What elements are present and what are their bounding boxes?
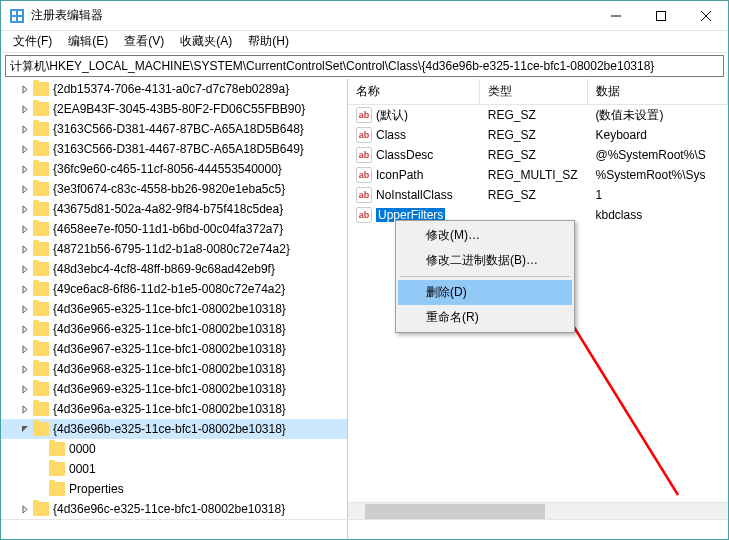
menu-edit[interactable]: 编辑(E) (60, 31, 116, 52)
list-body[interactable]: ab(默认)REG_SZ(数值未设置)abClassREG_SZKeyboard… (348, 105, 728, 502)
cell-data: 1 (588, 188, 729, 202)
value-name: NoInstallClass (376, 188, 453, 202)
tree-item-label: {49ce6ac8-6f86-11d2-b1e5-0080c72e74a2} (53, 282, 285, 296)
ctx-delete[interactable]: 删除(D) (398, 280, 572, 305)
expand-icon[interactable] (17, 185, 33, 194)
list-row[interactable]: abClassREG_SZKeyboard (348, 125, 728, 145)
folder-icon (33, 182, 49, 196)
maximize-button[interactable] (638, 1, 683, 30)
tree-item[interactable]: {4d36e966-e325-11ce-bfc1-08002be10318} (1, 319, 347, 339)
tree-item[interactable]: {4d36e96a-e325-11ce-bfc1-08002be10318} (1, 399, 347, 419)
expand-icon[interactable] (17, 225, 33, 234)
cell-type: REG_SZ (480, 108, 588, 122)
tree-item-label: {43675d81-502a-4a82-9f84-b75f418c5dea} (53, 202, 283, 216)
tree-item[interactable]: {3163C566-D381-4467-87BC-A65A18D5B648} (1, 119, 347, 139)
tree-item[interactable]: {2EA9B43F-3045-43B5-80F2-FD06C55FBB90} (1, 99, 347, 119)
tree-item[interactable]: Properties (1, 479, 347, 499)
folder-icon (33, 422, 49, 436)
expand-icon[interactable] (17, 245, 33, 254)
cell-type: REG_SZ (480, 148, 588, 162)
tree-item[interactable]: {3163C566-D381-4467-87BC-A65A18D5B649} (1, 139, 347, 159)
folder-icon (33, 362, 49, 376)
expand-icon[interactable] (17, 145, 33, 154)
tree-item[interactable]: 0001 (1, 459, 347, 479)
tree-item-label: Properties (69, 482, 124, 496)
tree-item[interactable]: {4d36e965-e325-11ce-bfc1-08002be10318} (1, 299, 347, 319)
list-row[interactable]: ab(默认)REG_SZ(数值未设置) (348, 105, 728, 125)
expand-icon[interactable] (17, 265, 33, 274)
list-row[interactable]: abIconPathREG_MULTI_SZ%SystemRoot%\Sys (348, 165, 728, 185)
col-header-data[interactable]: 数据 (588, 79, 728, 104)
value-name: (默认) (376, 107, 408, 124)
ctx-modify-binary[interactable]: 修改二进制数据(B)… (398, 248, 572, 273)
expand-icon[interactable] (17, 325, 33, 334)
tree-item-label: {48d3ebc4-4cf8-48ff-b869-9c68ad42eb9f} (53, 262, 275, 276)
tree-item-label: {4d36e967-e325-11ce-bfc1-08002be10318} (53, 342, 286, 356)
tree-item-label: {4d36e966-e325-11ce-bfc1-08002be10318} (53, 322, 286, 336)
tree-item[interactable]: {48d3ebc4-4cf8-48ff-b869-9c68ad42eb9f} (1, 259, 347, 279)
folder-icon (33, 122, 49, 136)
expand-icon[interactable] (17, 365, 33, 374)
collapse-icon[interactable] (17, 425, 33, 434)
expand-icon[interactable] (17, 405, 33, 414)
expand-icon[interactable] (17, 345, 33, 354)
value-name: Class (376, 128, 406, 142)
tree-item[interactable]: {4d36e969-e325-11ce-bfc1-08002be10318} (1, 379, 347, 399)
list-row[interactable]: abClassDescREG_SZ@%SystemRoot%\S (348, 145, 728, 165)
menu-favorites[interactable]: 收藏夹(A) (172, 31, 240, 52)
content-area: {2db15374-706e-4131-a0c7-d7c78eb0289a}{2… (1, 79, 728, 519)
ctx-rename[interactable]: 重命名(R) (398, 305, 572, 330)
expand-icon[interactable] (17, 205, 33, 214)
tree-item[interactable]: {48721b56-6795-11d2-b1a8-0080c72e74a2} (1, 239, 347, 259)
svg-rect-6 (656, 11, 665, 20)
tree-item[interactable]: {4d36e968-e325-11ce-bfc1-08002be10318} (1, 359, 347, 379)
menu-file[interactable]: 文件(F) (5, 31, 60, 52)
app-icon (9, 8, 25, 24)
tree-item[interactable]: {4d36e96b-e325-11ce-bfc1-08002be10318} (1, 419, 347, 439)
expand-icon[interactable] (17, 505, 33, 514)
cell-name: abIconPath (348, 167, 480, 183)
menu-help[interactable]: 帮助(H) (240, 31, 297, 52)
folder-icon (33, 382, 49, 396)
list-panel: 名称 类型 数据 ab(默认)REG_SZ(数值未设置)abClassREG_S… (348, 79, 728, 519)
close-button[interactable] (683, 1, 728, 30)
expand-icon[interactable] (17, 105, 33, 114)
expand-icon[interactable] (17, 285, 33, 294)
tree-item[interactable]: {49ce6ac8-6f86-11d2-b1e5-0080c72e74a2} (1, 279, 347, 299)
tree-item[interactable]: {2db15374-706e-4131-a0c7-d7c78eb0289a} (1, 79, 347, 99)
tree-item-label: 0000 (69, 442, 96, 456)
address-bar[interactable]: 计算机\HKEY_LOCAL_MACHINE\SYSTEM\CurrentCon… (5, 55, 724, 77)
folder-icon (33, 82, 49, 96)
tree-item[interactable]: {36fc9e60-c465-11cf-8056-444553540000} (1, 159, 347, 179)
minimize-button[interactable] (593, 1, 638, 30)
tree-item[interactable]: {43675d81-502a-4a82-9f84-b75f418c5dea} (1, 199, 347, 219)
status-left (1, 520, 348, 539)
window-title: 注册表编辑器 (31, 7, 593, 24)
expand-icon[interactable] (17, 165, 33, 174)
value-name: ClassDesc (376, 148, 433, 162)
tree-item[interactable]: {4d36e967-e325-11ce-bfc1-08002be10318} (1, 339, 347, 359)
ctx-modify[interactable]: 修改(M)… (398, 223, 572, 248)
tree-item[interactable]: {4d36e96c-e325-11ce-bfc1-08002be10318} (1, 499, 347, 519)
tree-item-label: {36fc9e60-c465-11cf-8056-444553540000} (53, 162, 282, 176)
string-value-icon: ab (356, 207, 372, 223)
expand-icon[interactable] (17, 85, 33, 94)
tree-item[interactable]: {4658ee7e-f050-11d1-b6bd-00c04fa372a7} (1, 219, 347, 239)
list-row[interactable]: abNoInstallClassREG_SZ1 (348, 185, 728, 205)
tree-item[interactable]: 0000 (1, 439, 347, 459)
col-header-name[interactable]: 名称 (348, 79, 480, 104)
tree-item-label: {4d36e965-e325-11ce-bfc1-08002be10318} (53, 302, 286, 316)
menu-view[interactable]: 查看(V) (116, 31, 172, 52)
cell-name: abClass (348, 127, 480, 143)
cell-type: REG_MULTI_SZ (480, 168, 588, 182)
col-header-type[interactable]: 类型 (480, 79, 588, 104)
list-hscroll[interactable] (348, 502, 728, 519)
titlebar[interactable]: 注册表编辑器 (1, 1, 728, 31)
expand-icon[interactable] (17, 305, 33, 314)
tree-scroll[interactable]: {2db15374-706e-4131-a0c7-d7c78eb0289a}{2… (1, 79, 347, 519)
expand-icon[interactable] (17, 125, 33, 134)
tree-item[interactable]: {3e3f0674-c83c-4558-bb26-9820e1eba5c5} (1, 179, 347, 199)
folder-icon (33, 242, 49, 256)
expand-icon[interactable] (17, 385, 33, 394)
svg-rect-4 (18, 17, 22, 21)
